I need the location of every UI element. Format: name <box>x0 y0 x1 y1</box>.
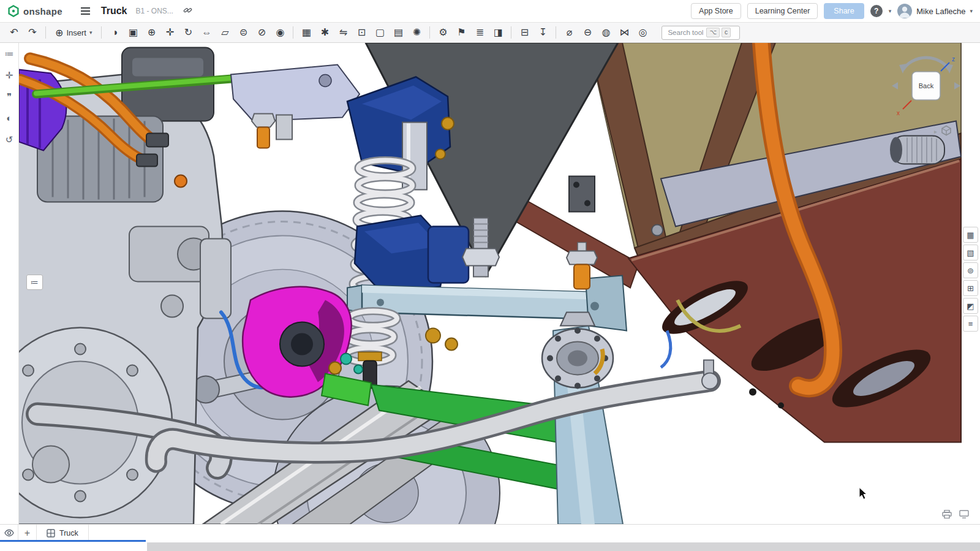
mirror-icon[interactable]: ⇋ <box>334 25 352 40</box>
toolbar-divider <box>101 26 102 39</box>
tab-truck[interactable]: Truck <box>37 525 89 541</box>
shaded-view-icon[interactable]: ◍ <box>597 25 615 40</box>
shock-mount-lower[interactable] <box>355 216 499 295</box>
parts-panel-icon[interactable]: ▧ <box>963 245 978 260</box>
scene-svg[interactable] <box>19 43 980 524</box>
user-avatar <box>897 4 912 18</box>
cylindrical-mate-icon[interactable]: ⊜ <box>234 25 252 40</box>
pin-slot-mate-icon[interactable]: ⊘ <box>252 25 271 40</box>
pan-right-arrow-icon[interactable] <box>954 82 960 89</box>
share-button[interactable]: Share <box>824 3 864 19</box>
bom-icon[interactable]: ▤ <box>389 25 407 40</box>
learning-center-button[interactable]: Learning Center <box>747 3 818 19</box>
onshape-logo[interactable]: onshape <box>7 5 62 17</box>
search-tools-box: ⌥ c <box>662 26 740 40</box>
configurations-panel-icon[interactable]: ⊞ <box>963 280 978 296</box>
appearance-icon[interactable]: ◨ <box>489 25 507 40</box>
copy-link-icon[interactable] <box>182 4 194 18</box>
assembly-toolbar: ↶↷ ⊕ Insert ▾ ◑▣⊕✛↻⇔▱⊜⊘◉▦✱⇋⊡▢▤✺⚙⚑≣◨⊟↧⌀⊖◍… <box>0 23 980 43</box>
circular-pattern-icon[interactable]: ✱ <box>315 25 334 40</box>
print-icon[interactable] <box>942 510 952 520</box>
user-menu[interactable]: Mike Lafleche ▾ <box>897 4 973 18</box>
fullscreen-icon[interactable] <box>959 510 969 520</box>
user-caret-icon: ▾ <box>970 8 973 14</box>
configurations-icon[interactable]: ⚙ <box>434 25 452 40</box>
tab-scrollbar[interactable] <box>147 542 980 551</box>
search-tabs-button[interactable] <box>0 525 18 541</box>
view-cube-face-label: Back <box>919 82 934 89</box>
axis-x-label: x <box>897 110 900 116</box>
export-icon[interactable]: ↧ <box>533 25 552 40</box>
create-drawing-icon[interactable]: ⊟ <box>515 25 533 40</box>
appearance-panel-icon[interactable]: ◩ <box>963 298 978 314</box>
linear-pattern-icon[interactable]: ▦ <box>297 25 315 40</box>
help-caret-icon[interactable]: ▾ <box>889 8 892 14</box>
exploded-view-icon[interactable]: ✺ <box>407 25 426 40</box>
appearance-rail-icon[interactable]: ◐ <box>5 112 13 124</box>
planar-mate-icon[interactable]: ▱ <box>216 25 234 40</box>
assembly-viewport[interactable]: Back z x ▸ ▦▧⊚⊞◩≡ <box>19 43 980 524</box>
slider-mate-icon[interactable]: ⇔ <box>197 25 216 40</box>
toolbar-divider <box>293 26 293 39</box>
main-area: ≔✛❞◐↺ <box>0 43 980 524</box>
mates-panel-icon[interactable]: ⊚ <box>963 262 978 278</box>
insert-caret-icon: ▾ <box>89 29 92 36</box>
display-states-icon[interactable]: ≣ <box>470 25 489 40</box>
insert-button[interactable]: ⊕ Insert ▾ <box>50 25 97 40</box>
assembly-tools: ◑▣⊕✛↻⇔▱⊜⊘◉▦✱⇋⊡▢▤✺⚙⚑≣◨⊟↧⌀⊖◍⋈◎ <box>97 25 652 40</box>
insert-label: Insert <box>66 28 86 37</box>
search-tools-input[interactable] <box>666 28 704 37</box>
mate-connector-icon[interactable]: ⊕ <box>142 25 160 40</box>
mate-icon[interactable]: ◑ <box>105 25 124 40</box>
collapse-chevron-icon[interactable]: ▸ <box>934 128 937 135</box>
comments-icon[interactable]: ❞ <box>6 91 13 102</box>
insert-icon: ⊕ <box>55 27 63 39</box>
properties-panel-icon[interactable]: ≡ <box>963 316 978 332</box>
onshape-app: onshape Truck B1 - ONS... App Store Lear… <box>0 0 980 551</box>
right-tool-panel: ▦▧⊚⊞◩≡ <box>963 227 978 332</box>
toolbar-divider <box>45 26 46 39</box>
toolbar-divider <box>556 26 556 39</box>
panel-stud[interactable] <box>652 225 663 236</box>
app-store-button[interactable]: App Store <box>691 3 741 19</box>
bom-table-icon[interactable]: ▦ <box>963 227 978 243</box>
frame-bracket[interactable] <box>569 177 595 212</box>
group-icon[interactable]: ▣ <box>124 25 142 40</box>
user-name: Mike Lafleche <box>916 7 965 16</box>
pan-left-arrow-icon[interactable] <box>892 82 898 89</box>
toolbar-divider <box>429 26 430 39</box>
onshape-logo-icon <box>7 5 20 17</box>
follow-mode-icon[interactable]: ✛ <box>4 69 15 81</box>
named-positions-icon[interactable]: ⚑ <box>452 25 470 40</box>
fastened-mate-icon[interactable]: ✛ <box>160 25 179 40</box>
visibility-icon[interactable]: ◎ <box>633 25 652 40</box>
left-rail: ≔✛❞◐↺ <box>0 43 19 524</box>
view-cube[interactable]: Back z x <box>887 47 965 125</box>
snapshot-icon[interactable]: ▢ <box>371 25 389 40</box>
rotate-arc-icon[interactable] <box>903 58 949 70</box>
mouse-cursor <box>859 488 867 500</box>
replicate-icon[interactable]: ⊡ <box>352 25 371 40</box>
measure-icon[interactable]: ⌀ <box>560 25 578 40</box>
ball-mate-icon[interactable]: ◉ <box>271 25 289 40</box>
blue-wire[interactable] <box>661 331 671 368</box>
add-tab-button[interactable]: + <box>18 525 37 541</box>
redo-icon[interactable]: ↷ <box>23 25 42 40</box>
tab-label: Truck <box>59 529 78 538</box>
roller-knob[interactable] <box>890 136 944 164</box>
features-panel-toggle[interactable]: ≔ <box>26 275 43 290</box>
upper-mount-bracket[interactable] <box>231 65 360 148</box>
tabs-row: + Truck <box>0 525 980 541</box>
isometric-view-icon[interactable] <box>941 125 952 138</box>
document-menu-icon[interactable] <box>78 5 92 17</box>
top-bar: onshape Truck B1 - ONS... App Store Lear… <box>0 0 980 23</box>
document-version[interactable]: B1 - ONS... <box>135 7 173 15</box>
perspective-icon[interactable]: ⋈ <box>615 25 633 40</box>
section-view-icon[interactable]: ⊖ <box>578 25 597 40</box>
history-icon[interactable]: ↺ <box>4 134 15 145</box>
shortcut-c-key: c <box>722 28 731 37</box>
revolute-mate-icon[interactable]: ↻ <box>179 25 197 40</box>
help-icon[interactable]: ? <box>870 5 883 17</box>
undo-icon[interactable]: ↶ <box>5 25 23 40</box>
features-panel-icon[interactable]: ≔ <box>4 48 15 59</box>
